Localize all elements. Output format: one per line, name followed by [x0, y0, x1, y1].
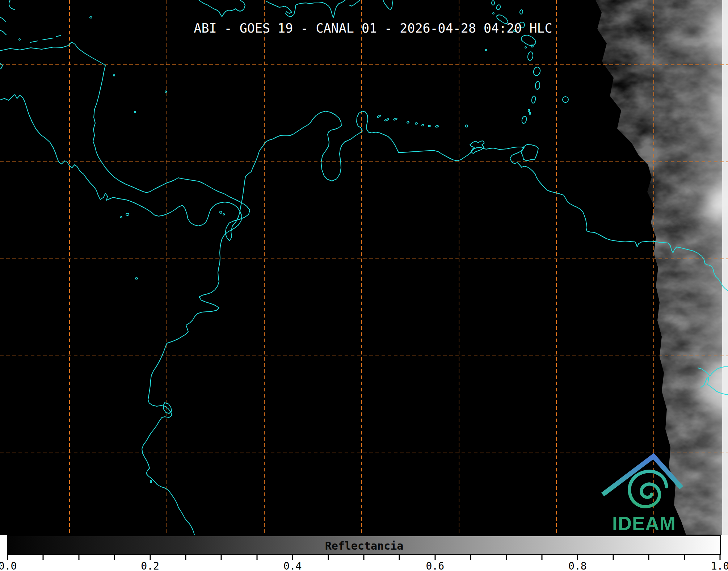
colorbar-tick-label: 0.4 — [283, 560, 302, 571]
island-outline — [150, 480, 152, 483]
coastline — [266, 0, 345, 17]
island-outline — [466, 125, 468, 127]
colorbar-tick — [613, 555, 614, 560]
island-outline — [519, 9, 523, 14]
colorbar-tick — [150, 555, 151, 560]
coastline — [470, 141, 484, 154]
coastline — [0, 30, 6, 35]
colorbar-tick — [363, 555, 365, 560]
image-title: ABI - GOES 19 - CANAL 01 - 2026-04-28 04… — [9, 21, 728, 35]
coastline — [521, 35, 536, 46]
island-outline — [134, 111, 136, 113]
terminator-daylight-region — [596, 0, 728, 535]
island-outline — [561, 96, 569, 104]
coastline — [56, 35, 60, 37]
island-outline — [435, 125, 439, 127]
cloud-texture — [596, 0, 728, 535]
island-outline — [113, 75, 115, 76]
colorbar-tick — [256, 555, 257, 560]
colorbar-tick — [506, 555, 507, 560]
island-outline — [492, 1, 495, 5]
island-outline — [126, 213, 129, 215]
coastline — [0, 63, 3, 69]
colorbar-tick — [648, 555, 649, 560]
colorbar-tick — [292, 555, 293, 560]
island-outline — [525, 47, 526, 48]
coastline — [349, 0, 360, 6]
colorbar-tick — [684, 555, 685, 560]
coastline — [0, 95, 242, 535]
island-outline — [529, 112, 531, 114]
island-outline — [485, 49, 487, 51]
coastline — [30, 41, 38, 42]
island-outline — [90, 17, 92, 18]
storm-spiral-icon — [630, 471, 666, 507]
colorbar-tick — [185, 555, 186, 560]
island-outline — [223, 214, 224, 215]
island-outline — [135, 278, 138, 279]
colorbar-tick — [7, 555, 8, 560]
island-outline — [377, 115, 381, 118]
colorbar-tick-label: 1.0 — [711, 560, 728, 571]
colorbar-tick-label: 0.8 — [568, 560, 587, 571]
colorbar-tick — [720, 555, 721, 560]
coastline — [383, 0, 392, 10]
satellite-map: IDEAM — [0, 0, 728, 571]
island-outline — [527, 51, 533, 61]
colorbar-tick — [470, 555, 471, 560]
colorbar-gradient: Reflectancia — [7, 535, 721, 555]
colorbar-tick — [221, 555, 222, 560]
island-outline — [422, 125, 424, 126]
colorbar-tick — [577, 555, 578, 560]
colorbar-ticks — [8, 555, 720, 560]
colorbar-tick — [43, 555, 44, 560]
colorbar-tick-label: 0.2 — [141, 560, 159, 571]
ideam-logo: IDEAM — [605, 456, 680, 534]
colorbar-tick — [542, 555, 543, 560]
colorbar-tick — [78, 555, 79, 560]
coastline — [521, 144, 538, 161]
limb-bright-edge — [722, 0, 728, 535]
colorbar-tick — [114, 555, 115, 560]
island-outline — [528, 109, 530, 112]
island-outline — [394, 118, 397, 120]
colorbar-tick-label: 0.6 — [426, 560, 445, 571]
colorbar-tick-labels: 0.00.20.40.60.81.0 — [8, 560, 720, 571]
colorbar-tick — [399, 555, 400, 560]
colorbar-tick — [434, 555, 435, 560]
island-outline — [165, 91, 167, 92]
colorbar-tick-label: 0.0 — [0, 560, 17, 571]
island-outline — [428, 125, 431, 127]
island-outline — [19, 39, 20, 40]
island-outline — [384, 118, 389, 122]
island-outline — [531, 96, 536, 103]
coastline — [43, 38, 53, 40]
coastline — [0, 17, 5, 21]
satellite-image-viewer: IDEAM ABI - GOES 19 - CANAL 01 - 2026-04… — [0, 0, 728, 571]
ideam-logo-text: IDEAM — [612, 513, 676, 534]
island-outline — [533, 66, 541, 76]
island-outline — [535, 81, 540, 90]
island-outline — [415, 123, 418, 125]
island-outline — [493, 13, 494, 14]
coastline — [9, 0, 15, 10]
island-outline — [121, 217, 122, 218]
colorbar-tick — [328, 555, 329, 560]
island-outline — [531, 45, 533, 47]
island-outline — [521, 116, 527, 124]
colorbar-label: Reflectancia — [8, 539, 720, 552]
island-outline — [220, 211, 222, 213]
island-outline — [496, 4, 501, 11]
colorbar-strip: Reflectancia 0.00.20.40.60.81.0 — [0, 535, 728, 571]
coastline — [199, 0, 245, 17]
island-outline — [407, 121, 409, 123]
